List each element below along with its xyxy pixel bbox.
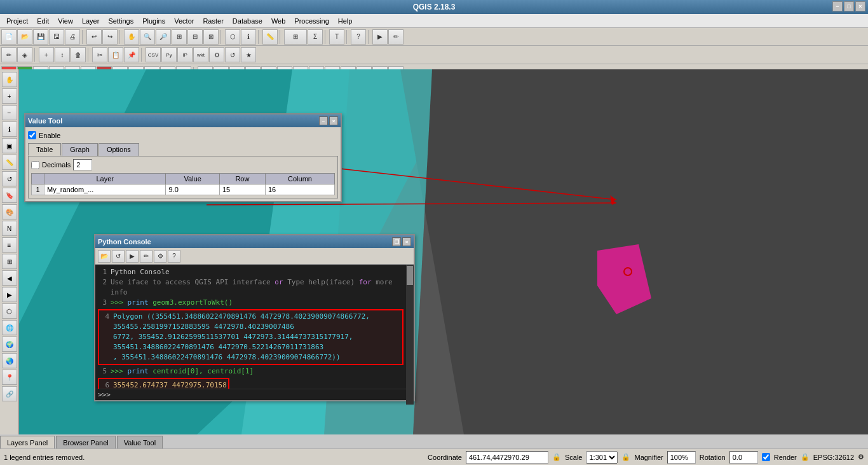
measure-side-button[interactable]: 📏: [2, 155, 17, 170]
menu-web[interactable]: Web: [268, 16, 289, 26]
plugin2-button[interactable]: ★: [241, 47, 256, 62]
menu-view[interactable]: View: [54, 16, 77, 26]
tab-graph[interactable]: Graph: [62, 143, 98, 156]
rotate-side-button[interactable]: ↺: [2, 171, 17, 186]
menu-edit[interactable]: Edit: [33, 16, 53, 26]
undo-button[interactable]: ↩: [86, 29, 102, 45]
field-calc-button[interactable]: Σ: [308, 29, 323, 45]
pc-help-button[interactable]: ?: [168, 250, 180, 263]
attribute-table-button[interactable]: ⊞: [284, 29, 307, 45]
save-project-button[interactable]: 💾: [33, 29, 48, 45]
pc-scrollbar[interactable]: [406, 265, 414, 405]
close-button[interactable]: ×: [855, 1, 865, 11]
coordinate-input[interactable]: [466, 451, 548, 464]
edit-pen-button[interactable]: ✏: [1, 47, 17, 62]
zoom-layer-button[interactable]: ⊟: [187, 29, 203, 45]
print-button[interactable]: 🖨: [65, 29, 80, 45]
zoom-extent-side-button[interactable]: ⊞: [2, 254, 17, 269]
render-checkbox[interactable]: [762, 453, 770, 461]
menu-plugins[interactable]: Plugins: [139, 16, 169, 26]
minimize-button[interactable]: −: [832, 1, 843, 11]
magnifier-input[interactable]: [667, 451, 696, 464]
plugin1-button[interactable]: ⚙: [209, 47, 224, 62]
pc-text-area[interactable]: 1 Python Console 2 Use iface to access Q…: [95, 265, 414, 389]
north-button[interactable]: N: [2, 221, 17, 236]
globe3-button[interactable]: 🌏: [2, 353, 17, 368]
pc-restore-button[interactable]: ❐: [392, 237, 401, 246]
menu-project[interactable]: Project: [3, 16, 32, 26]
pc-run-button[interactable]: ▶: [126, 250, 139, 263]
next-extent-button[interactable]: ▶: [2, 287, 17, 302]
menu-settings[interactable]: Settings: [104, 16, 137, 26]
tab-options[interactable]: Options: [98, 143, 139, 156]
scale-select[interactable]: 1:301: [586, 451, 618, 464]
pan-map-button[interactable]: ✋: [2, 72, 17, 87]
zoom-out-button[interactable]: 🔎: [156, 29, 171, 45]
digitize-button[interactable]: ✏: [388, 29, 403, 45]
csv-button[interactable]: CSV: [146, 47, 161, 62]
identify-side-button[interactable]: ℹ: [2, 121, 17, 137]
pc-settings-button[interactable]: ⚙: [154, 250, 166, 263]
identify-button[interactable]: ℹ: [241, 29, 256, 45]
menu-layer[interactable]: Layer: [78, 16, 104, 26]
scalebar-button[interactable]: ≡: [2, 237, 17, 253]
ipython-button[interactable]: IP: [177, 47, 193, 62]
gps-button[interactable]: ▶: [372, 29, 388, 45]
pc-editor-button[interactable]: ✏: [140, 250, 153, 263]
add-feature-button[interactable]: +: [39, 47, 54, 62]
pc-prompt-input[interactable]: [113, 391, 411, 399]
menu-raster[interactable]: Raster: [199, 16, 227, 26]
link-button[interactable]: 🔗: [2, 386, 17, 401]
save-as-button[interactable]: 🖫: [49, 29, 64, 45]
help-button[interactable]: ?: [351, 29, 366, 45]
zoom-in-button[interactable]: 🔍: [140, 29, 155, 45]
menu-help[interactable]: Help: [334, 16, 356, 26]
measure-button[interactable]: 📏: [262, 29, 278, 45]
select-features-button[interactable]: ⬡: [225, 29, 240, 45]
tab-layers-panel[interactable]: Layers Panel: [0, 436, 55, 448]
cut-button[interactable]: ✂: [92, 47, 107, 62]
pc-scroll-thumb[interactable]: [407, 266, 413, 285]
overview-button[interactable]: ⬡: [2, 303, 17, 319]
node-tool-button[interactable]: ◈: [17, 47, 32, 62]
zoom-in-side-button[interactable]: +: [2, 88, 17, 104]
zoom-extent-button[interactable]: ⊞: [172, 29, 187, 45]
vt-minimize-button[interactable]: −: [319, 116, 328, 125]
tab-browser-panel[interactable]: Browser Panel: [56, 436, 116, 448]
pan-button[interactable]: ✋: [124, 29, 139, 45]
menu-vector[interactable]: Vector: [170, 16, 198, 26]
delete-button[interactable]: 🗑: [71, 47, 86, 62]
tab-value-tool[interactable]: Value Tool: [117, 436, 163, 448]
globe-button[interactable]: 🌐: [2, 320, 17, 335]
new-project-button[interactable]: 📄: [1, 29, 17, 45]
maximize-button[interactable]: □: [844, 1, 854, 11]
style-side-button[interactable]: 🎨: [2, 204, 17, 219]
rotation-input[interactable]: [729, 451, 758, 464]
enable-checkbox[interactable]: [28, 131, 36, 139]
globe2-button[interactable]: 🌍: [2, 337, 17, 352]
zoom-out-side-button[interactable]: −: [2, 105, 17, 120]
decimals-checkbox[interactable]: [31, 161, 39, 169]
menu-processing[interactable]: Processing: [290, 16, 332, 26]
python-button[interactable]: Py: [161, 47, 177, 62]
paste-button[interactable]: 📌: [124, 47, 139, 62]
wkt-button[interactable]: wkt: [193, 47, 208, 62]
bookmark-side-button[interactable]: 🔖: [2, 188, 17, 203]
pc-close-button[interactable]: ×: [402, 237, 411, 246]
decimals-spinbox[interactable]: 2: [73, 159, 92, 170]
label-button[interactable]: T: [329, 29, 344, 45]
pc-prompt-area[interactable]: >>>: [95, 389, 414, 400]
move-feature-button[interactable]: ↕: [55, 47, 70, 62]
pin-button[interactable]: 📍: [2, 370, 17, 385]
menu-database[interactable]: Database: [229, 16, 266, 26]
vt-close-button[interactable]: ×: [329, 116, 338, 125]
pc-open-button[interactable]: 📂: [98, 250, 111, 263]
tab-table[interactable]: Table: [28, 143, 61, 156]
select-side-button[interactable]: ▣: [2, 138, 17, 153]
copy-button[interactable]: 📋: [108, 47, 123, 62]
refresh-button[interactable]: ↺: [225, 47, 240, 62]
pc-refresh-button[interactable]: ↺: [112, 250, 125, 263]
prev-extent-button[interactable]: ◀: [2, 270, 17, 286]
redo-button[interactable]: ↪: [102, 29, 118, 45]
open-project-button[interactable]: 📂: [17, 29, 32, 45]
